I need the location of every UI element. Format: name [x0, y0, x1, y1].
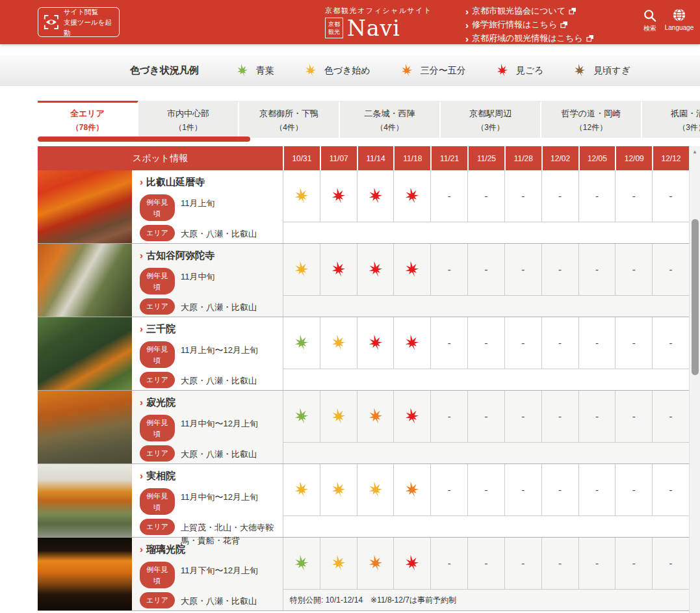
horizontal-scrollbar-thumb[interactable]	[38, 137, 250, 142]
status-cells: -------	[283, 317, 689, 369]
area-badge: エリア	[140, 225, 175, 241]
status-cell: -	[467, 244, 504, 295]
maple-leaf-icon	[401, 185, 424, 207]
no-data-dash: -	[669, 264, 673, 275]
season-value: 11月中旬〜12月上旬	[181, 415, 258, 430]
no-data-dash: -	[484, 558, 487, 569]
table-body: › 比叡山延暦寺 例年見頃 11月上旬 エリア 大原・八瀬・比叡山 ------…	[38, 170, 689, 611]
area-tab[interactable]: 京都御所・下鴨 （4件）	[239, 101, 340, 138]
chevron-right-icon: ›	[140, 470, 143, 482]
status-grid: ------- 特別公開: 10/1-12/14 ※11/8-12/7は事前予約…	[283, 538, 689, 610]
maple-leaf-icon	[327, 258, 350, 281]
spot-info: › 実相院 例年見頃 11月中旬〜12月上旬 エリア 上賀茂・北山・大徳寺鞍馬・…	[132, 464, 283, 537]
status-cell: -	[652, 391, 689, 442]
language-button[interactable]: Language	[663, 8, 695, 31]
no-data-dash: -	[448, 558, 451, 569]
spot-info-column-header: スポット情報	[38, 146, 283, 170]
scrollbar-up-arrow[interactable]: ▲	[690, 146, 700, 157]
status-cell: -	[430, 170, 467, 222]
spot-name-link[interactable]: › 三千院	[140, 323, 283, 335]
status-cell	[283, 464, 320, 515]
status-cell: -	[615, 538, 652, 589]
area-tab[interactable]: 祇園・清水 （3件）	[642, 101, 700, 138]
spot-photo[interactable]	[38, 317, 132, 390]
no-data-dash: -	[521, 337, 525, 348]
area-tab[interactable]: 京都駅周辺 （3件）	[441, 101, 541, 138]
maple-leaf-icon	[364, 332, 387, 354]
status-cell: -	[615, 170, 652, 222]
assist-button-label: サイト閲覧 支援ツールを起動	[64, 7, 114, 38]
area-tab[interactable]: 全エリア （78件）	[38, 101, 138, 138]
site-logo[interactable]: 京都観光オフィシャルサイト 京都 観光 Navi	[325, 6, 432, 38]
status-cell	[320, 244, 357, 295]
status-cell	[357, 538, 394, 589]
no-data-dash: -	[595, 411, 599, 422]
status-cell: -	[578, 538, 616, 589]
header-link[interactable]: › 修学旅行情報はこちら	[465, 19, 594, 31]
note-text: 特別公開: 10/1-12/14 ※11/8-12/7は事前予約制	[290, 595, 456, 606]
area-tab-name: 京都駅周辺	[469, 108, 512, 120]
no-data-dash: -	[558, 484, 562, 495]
no-data-dash: -	[558, 411, 562, 422]
status-grid: -------	[283, 244, 689, 317]
spot-name-link[interactable]: › 実相院	[140, 470, 283, 482]
site-assist-tool-button[interactable]: サイト閲覧 支援ツールを起動	[38, 7, 120, 37]
header-link-label: 修学旅行情報はこちら	[472, 19, 557, 31]
date-column-header: 11/25	[467, 146, 504, 170]
spot-name-link[interactable]: › 寂光院	[140, 397, 283, 409]
area-value: 大原・八瀬・比叡山	[181, 225, 257, 241]
status-cell: -	[578, 244, 616, 295]
status-cell: -	[541, 391, 578, 442]
header-link[interactable]: › 京都府域の観光情報はこちら	[465, 33, 594, 44]
no-data-dash: -	[669, 484, 673, 495]
no-data-dash: -	[448, 190, 451, 202]
legend-item: 色づき始め	[303, 63, 370, 79]
status-cell	[283, 538, 320, 589]
status-cells: -------	[283, 391, 689, 442]
spot-photo[interactable]	[38, 170, 132, 243]
area-tab-name: 京都御所・下鴨	[259, 108, 318, 120]
spot-photo[interactable]	[38, 464, 132, 537]
chevron-right-icon: ›	[465, 7, 469, 16]
maple-leaf-icon	[291, 258, 313, 281]
magnifier-icon	[643, 9, 656, 22]
no-data-dash: -	[595, 190, 599, 202]
area-tab[interactable]: 二条城・西陣 （4件）	[340, 101, 441, 138]
vertical-scrollbar-thumb[interactable]	[692, 219, 699, 375]
vertical-scrollbar[interactable]: ▲	[689, 146, 700, 613]
spot-name-link[interactable]: › 瑠璃光院	[140, 543, 283, 556]
area-tab[interactable]: 哲学の道・岡崎 （12件）	[541, 101, 642, 138]
area-badge: エリア	[140, 372, 175, 388]
chevron-right-icon: ›	[140, 323, 143, 335]
status-cell	[320, 170, 357, 222]
area-tab[interactable]: 市内中心部 （1件）	[138, 101, 239, 138]
spot-photo[interactable]	[38, 391, 132, 463]
spot-name-label: 瑠璃光院	[146, 543, 185, 556]
search-button[interactable]: 検索	[640, 9, 660, 33]
status-cell: -	[430, 244, 467, 295]
no-data-dash: -	[521, 558, 525, 569]
no-data-dash: -	[484, 411, 487, 422]
legend-item: 見ごろ	[495, 63, 544, 79]
status-cell: -	[430, 317, 467, 369]
spot-row: › 三千院 例年見頃 11月上旬〜12月上旬 エリア 大原・八瀬・比叡山 ---…	[38, 317, 689, 391]
season-value: 11月上旬〜12月上旬	[181, 341, 258, 357]
legend-item-label: 見頃すぎ	[593, 65, 630, 77]
spot-photo[interactable]	[38, 244, 132, 317]
area-value: 大原・八瀬・比叡山	[181, 298, 257, 314]
season-badge: 例年見頃	[140, 488, 175, 515]
spot-photo[interactable]	[38, 538, 132, 610]
maple-leaf-icon	[364, 405, 387, 428]
area-tab-count: （1件）	[174, 122, 202, 133]
season-badge: 例年見頃	[140, 341, 175, 368]
no-data-dash: -	[521, 411, 525, 422]
season-value: 11月中旬〜12月上旬	[181, 488, 258, 504]
no-data-dash: -	[484, 190, 487, 202]
chevron-right-icon: ›	[465, 20, 469, 30]
spot-name-link[interactable]: › 古知谷阿弥陀寺	[140, 250, 283, 262]
spot-name-link[interactable]: › 比叡山延暦寺	[140, 176, 283, 189]
globe-icon	[672, 8, 686, 22]
status-cell: -	[652, 244, 689, 295]
spot-info: › 古知谷阿弥陀寺 例年見頃 11月中旬 エリア 大原・八瀬・比叡山	[132, 244, 283, 317]
header-link[interactable]: › 京都市観光協会について	[465, 5, 594, 17]
